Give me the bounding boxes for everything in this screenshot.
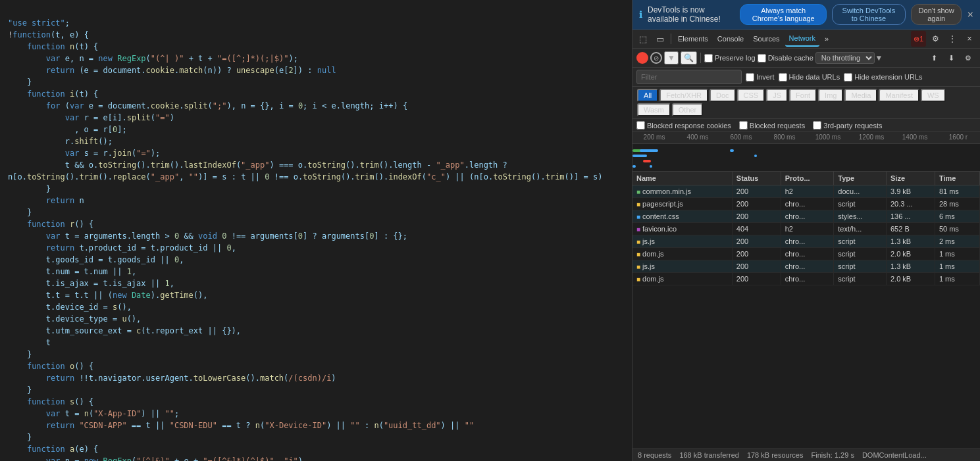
tab-sources[interactable]: Sources — [749, 31, 783, 47]
css-file-icon: ■ — [636, 213, 640, 220]
cell-size: 2.0 kB — [887, 248, 935, 260]
blocked-cookies-label[interactable]: Blocked response cookies — [636, 121, 731, 130]
cell-name: ■dom.js — [632, 273, 732, 285]
info-text: DevTools is now available in Chinese! — [648, 5, 735, 24]
cell-proto: h2 — [781, 185, 834, 198]
col-time[interactable]: Time — [935, 172, 979, 185]
cell-status: 200 — [732, 210, 781, 223]
col-type[interactable]: Type — [834, 172, 887, 185]
error-count: 1 — [919, 35, 923, 43]
tab-elements[interactable]: Elements — [674, 31, 712, 47]
js-file-icon: ■ — [636, 238, 640, 245]
more-tabs-button[interactable]: » — [821, 31, 833, 47]
more-options-button[interactable]: ⋮ — [944, 31, 960, 47]
cell-proto: chro... — [781, 248, 834, 260]
table-row[interactable]: ■pagescript.js 200 chro... script 20.3 .… — [632, 198, 980, 210]
cell-proto: chro... — [781, 198, 834, 210]
tab-network[interactable]: Network — [785, 31, 819, 47]
type-tab-wasm[interactable]: Wasm — [637, 103, 671, 116]
export-button[interactable]: ⬇ — [943, 50, 959, 66]
cell-time: 50 ms — [935, 223, 979, 235]
devtools-panel: ℹ DevTools is now available in Chinese! … — [632, 0, 980, 461]
type-tab-fetch-xhr[interactable]: Fetch/XHR — [659, 89, 708, 102]
hide-data-urls-checkbox[interactable] — [779, 73, 787, 82]
clear-button[interactable]: ⊘ — [650, 52, 662, 64]
hide-data-urls-label[interactable]: Hide data URLs — [779, 73, 840, 82]
cell-proto: chro... — [781, 235, 834, 248]
blocked-requests-checkbox[interactable] — [739, 121, 748, 130]
preserve-log-label[interactable]: Preserve log — [704, 54, 756, 62]
filter-input[interactable] — [636, 70, 742, 84]
type-tab-all[interactable]: All — [637, 89, 658, 102]
img-file-icon: ■ — [636, 226, 640, 233]
table-row[interactable]: ■js.js 200 chro... script 1.3 kB 1 ms — [632, 260, 980, 273]
timeline: 200 ms400 ms600 ms800 ms1000 ms1200 ms14… — [632, 132, 980, 172]
switch-language-button[interactable]: Switch DevTools to Chinese — [832, 4, 906, 25]
type-tab-manifest[interactable]: Manifest — [879, 89, 919, 102]
match-language-button[interactable]: Always match Chrome's language — [740, 4, 827, 25]
blocked-cookies-checkbox[interactable] — [636, 121, 645, 130]
throttle-select[interactable]: No throttling — [815, 52, 875, 64]
record-button[interactable] — [636, 52, 648, 64]
type-tab-other[interactable]: Other — [672, 103, 704, 116]
close-devtools-button[interactable]: × — [962, 31, 977, 47]
third-party-checkbox[interactable] — [813, 121, 821, 130]
toolbar-divider — [671, 34, 671, 44]
table-row[interactable]: ■dom.js 200 chro... script 2.0 kB 1 ms — [632, 248, 980, 260]
search-button[interactable]: 🔍 — [681, 51, 697, 64]
hide-ext-urls-label[interactable]: Hide extension URLs — [844, 73, 922, 82]
type-tab-doc[interactable]: Doc — [709, 89, 736, 102]
type-tab-font[interactable]: Font — [789, 89, 817, 102]
requests-count: 8 requests — [638, 451, 671, 459]
third-party-label[interactable]: 3rd-party requests — [813, 121, 882, 130]
col-status[interactable]: Status — [732, 172, 781, 185]
cell-name: ■favicon.ico — [632, 223, 732, 235]
blocked-requests-label[interactable]: Blocked requests — [739, 121, 805, 130]
type-tab-img[interactable]: Img — [818, 89, 843, 102]
col-proto[interactable]: Proto... — [781, 172, 834, 185]
table-row[interactable]: ■content.css 200 chro... styles... 136 .… — [632, 210, 980, 223]
timeline-bar — [650, 165, 652, 168]
cell-status: 404 — [732, 223, 781, 235]
type-tab-media[interactable]: Media — [844, 89, 877, 102]
dont-show-button[interactable]: Don't show again — [911, 4, 962, 25]
ruler-mark: 1600 r — [937, 133, 980, 142]
hide-ext-urls-text: Hide extension URLs — [854, 73, 922, 81]
code-editor: "use strict"; !function(t, e) { function… — [0, 0, 632, 461]
invert-label[interactable]: Invert — [746, 73, 775, 82]
type-tab-ws[interactable]: WS — [921, 89, 946, 102]
cell-size: 20.3 ... — [887, 198, 935, 210]
error-badge[interactable]: ⊗ 1 — [911, 31, 926, 47]
close-icon[interactable]: × — [967, 9, 973, 20]
type-tab-js[interactable]: JS — [766, 89, 788, 102]
cell-time: 1 ms — [935, 273, 979, 285]
hide-ext-urls-checkbox[interactable] — [844, 73, 852, 82]
cell-size: 1.3 kB — [887, 260, 935, 273]
col-size[interactable]: Size — [887, 172, 935, 185]
table-row[interactable]: ■js.js 200 chro... script 1.3 kB 2 ms — [632, 235, 980, 248]
disable-cache-label[interactable]: Disable cache — [758, 54, 813, 62]
cell-size: 2.0 kB — [887, 273, 935, 285]
settings-button[interactable]: ⚙ — [927, 31, 943, 47]
filter-button[interactable]: ▼ — [664, 51, 679, 64]
disable-cache-checkbox[interactable] — [758, 54, 766, 62]
inspect-element-button[interactable]: ⬚ — [635, 31, 651, 47]
type-tab-css[interactable]: CSS — [737, 89, 765, 102]
invert-checkbox[interactable] — [746, 73, 754, 82]
tab-console[interactable]: Console — [713, 31, 748, 47]
import-button[interactable]: ⬆ — [926, 50, 942, 66]
cell-name: ■js.js — [632, 260, 732, 273]
throttle-dropdown-icon[interactable]: ▼ — [877, 53, 881, 62]
table-row[interactable]: ■dom.js 200 chro... script 2.0 kB 1 ms — [632, 273, 980, 285]
preserve-log-checkbox[interactable] — [704, 54, 713, 62]
preserve-log-text: Preserve log — [715, 54, 756, 62]
table-row[interactable]: ■favicon.ico 404 h2 text/h... 652 B 50 m… — [632, 223, 980, 235]
settings2-button[interactable]: ⚙ — [960, 50, 976, 66]
invert-text: Invert — [756, 73, 775, 81]
table-row[interactable]: ■common.min.js 200 h2 docu... 3.9 kB 81 … — [632, 185, 980, 198]
js-file-icon: ■ — [636, 201, 640, 208]
device-toggle-button[interactable]: ▭ — [652, 31, 668, 47]
col-name[interactable]: Name — [632, 172, 732, 185]
cell-type: text/h... — [834, 223, 887, 235]
network-table-wrapper[interactable]: Name Status Proto... Type Size Time ■com… — [632, 172, 980, 449]
